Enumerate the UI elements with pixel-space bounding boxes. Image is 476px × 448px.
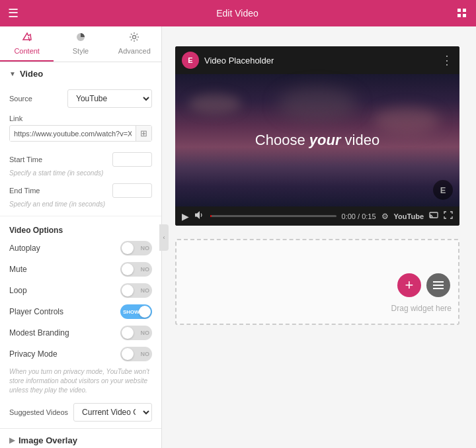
- autoplay-toggle[interactable]: NO: [120, 241, 152, 255]
- time-display: 0:00 / 0:15: [342, 212, 376, 220]
- video-controls: ▶ 0:00 / 0:15 ⚙ YouTube: [175, 206, 459, 226]
- source-row: Source YouTube Vimeo Dailymotion Self Ho…: [0, 85, 161, 112]
- progress-bar[interactable]: [210, 215, 337, 217]
- autoplay-row: Autoplay NO: [0, 238, 161, 259]
- hamburger-icon[interactable]: ☰: [8, 6, 19, 21]
- fullscreen-icon[interactable]: [444, 211, 453, 221]
- top-bar-title: Edit Video: [216, 8, 258, 19]
- svg-rect-9: [433, 285, 444, 286]
- loop-label: Loop: [9, 286, 120, 295]
- modest-branding-toggle[interactable]: NO: [120, 326, 152, 340]
- video-more-icon[interactable]: ⋮: [441, 53, 453, 67]
- settings-icon[interactable]: ⚙: [381, 212, 389, 221]
- start-time-label: Start Time: [9, 156, 107, 163]
- suggested-videos-row: Suggested Videos Current Video Chan... A…: [0, 399, 161, 426]
- tab-advanced-label: Advanced: [118, 47, 151, 55]
- play-button[interactable]: ▶: [182, 211, 189, 222]
- drag-handle-button[interactable]: [426, 273, 450, 297]
- style-icon: [75, 32, 86, 45]
- elementor-watermark: E: [433, 180, 453, 200]
- video-section-label: Video: [20, 69, 43, 79]
- progress-fill: [210, 215, 212, 217]
- player-controls-row: Player Controls SHOW: [0, 301, 161, 322]
- source-label: Source: [9, 95, 62, 103]
- svg-rect-0: [457, 9, 461, 12]
- youtube-logo: YouTube: [394, 212, 424, 220]
- tab-content-label: Content: [14, 47, 40, 55]
- svg-rect-1: [463, 9, 466, 12]
- choose-text2: video: [340, 132, 379, 148]
- end-time-input[interactable]: [112, 183, 152, 198]
- drag-text: Drag widget here: [391, 304, 452, 313]
- panel-collapse-btn[interactable]: ‹: [159, 224, 169, 251]
- mute-row: Mute NO: [0, 259, 161, 280]
- video-container: E Video Placeholder ⋮ Choose your video …: [175, 46, 459, 226]
- privacy-hint: When you turn on privacy mode, YouTube w…: [0, 365, 161, 399]
- start-time-input[interactable]: [112, 152, 152, 167]
- loop-row: Loop NO: [0, 280, 161, 301]
- top-bar: ☰ Edit Video: [0, 0, 476, 26]
- grid-icon[interactable]: [456, 7, 468, 19]
- advanced-icon: [129, 32, 139, 45]
- loop-knob: [122, 285, 134, 296]
- player-controls-label: Player Controls: [9, 307, 120, 316]
- tab-advanced[interactable]: Advanced: [108, 26, 161, 62]
- autoplay-knob: [122, 242, 134, 254]
- modest-branding-knob: [122, 327, 134, 339]
- video-options-heading: Video Options: [0, 220, 161, 238]
- link-external-icon[interactable]: ⊞: [136, 126, 151, 141]
- tabs: Content Style Advanced: [0, 26, 161, 62]
- player-controls-toggle[interactable]: SHOW: [120, 304, 152, 319]
- volume-button[interactable]: [194, 210, 205, 222]
- widget-drop-area: + Drag widget here: [175, 239, 459, 325]
- suggested-videos-select[interactable]: Current Video Chan... Any Video: [73, 403, 152, 422]
- source-select[interactable]: YouTube Vimeo Dailymotion Self Hosted: [67, 89, 152, 108]
- tab-content[interactable]: Content: [0, 26, 54, 62]
- left-panel: Content Style Advanced: [0, 26, 162, 448]
- add-widget-button[interactable]: +: [397, 273, 421, 297]
- svg-line-4: [28, 37, 30, 41]
- link-input-wrap: ⊞: [9, 125, 152, 142]
- choose-video-text: Choose your video: [255, 132, 379, 149]
- video-top-bar: E Video Placeholder ⋮: [175, 46, 459, 74]
- source-select-wrap: YouTube Vimeo Dailymotion Self Hosted: [67, 89, 152, 108]
- suggested-videos-label: Suggested Videos: [9, 408, 68, 416]
- tab-style-label: Style: [73, 47, 89, 55]
- image-overlay-label: Image Overlay: [19, 435, 77, 445]
- modest-branding-row: Modest Branding NO: [0, 322, 161, 343]
- svg-rect-2: [457, 14, 461, 17]
- link-input[interactable]: [10, 126, 136, 141]
- cast-icon[interactable]: [429, 211, 438, 221]
- end-time-hint: Specify an end time (in seconds): [0, 201, 161, 212]
- video-section-arrow: ▼: [9, 70, 16, 77]
- content-icon: [22, 32, 32, 45]
- privacy-mode-toggle[interactable]: NO: [120, 347, 152, 361]
- panel-content: ▼ Video Source YouTube Vimeo Dailymotion…: [0, 62, 161, 448]
- end-time-row: End Time: [0, 181, 161, 201]
- svg-point-6: [133, 36, 136, 39]
- video-placeholder-title: Video Placeholder: [204, 56, 274, 66]
- privacy-mode-row: Privacy Mode NO: [0, 343, 161, 365]
- video-top-left: E Video Placeholder: [182, 52, 274, 69]
- video-preview: Choose your video E: [175, 74, 459, 206]
- collapse-icon: ‹: [163, 234, 165, 241]
- mute-toggle[interactable]: NO: [120, 262, 152, 277]
- video-section-header[interactable]: ▼ Video: [0, 62, 161, 85]
- autoplay-label: Autoplay: [9, 244, 120, 253]
- link-col: Link ⊞: [0, 112, 161, 144]
- image-overlay-header[interactable]: ▶ Image Overlay: [0, 429, 161, 448]
- loop-toggle[interactable]: NO: [120, 283, 152, 298]
- svg-rect-10: [433, 288, 444, 289]
- modest-branding-label: Modest Branding: [9, 328, 120, 337]
- image-overlay-arrow: ▶: [9, 436, 15, 445]
- player-controls-knob: [139, 306, 151, 318]
- svg-rect-8: [433, 281, 444, 283]
- divider-1: [0, 216, 161, 216]
- elementor-icon: E: [182, 52, 199, 69]
- mute-knob: [122, 263, 134, 275]
- start-time-hint: Specify a start time (in seconds): [0, 169, 161, 181]
- privacy-mode-label: Privacy Mode: [9, 349, 120, 359]
- svg-rect-3: [463, 14, 466, 17]
- tab-style[interactable]: Style: [54, 26, 107, 62]
- link-label: Link: [9, 114, 152, 122]
